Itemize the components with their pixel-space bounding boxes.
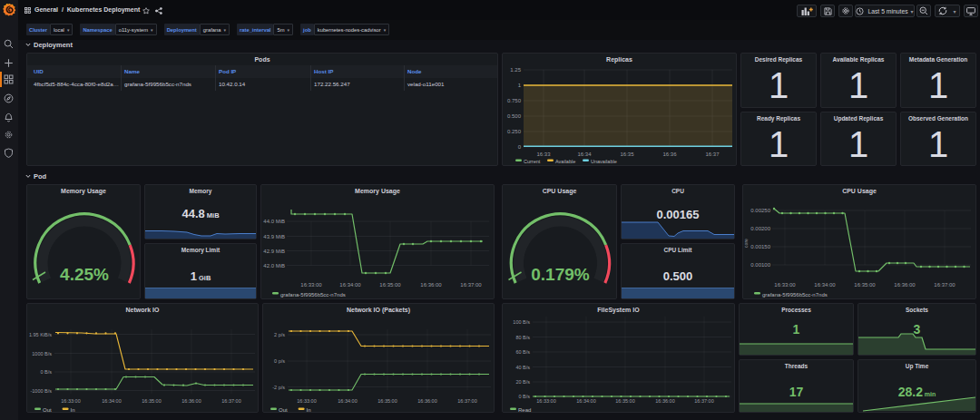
svg-text:0 p/s: 0 p/s (274, 358, 285, 364)
svg-text:16:33:00: 16:33:00 (297, 398, 316, 404)
svg-text:100 B/s: 100 B/s (513, 319, 530, 325)
svg-text:16:36:00: 16:36:00 (420, 282, 442, 288)
svg-text:42.9 MiB: 42.9 MiB (263, 249, 285, 254)
svg-text:Unavailable: Unavailable (591, 159, 617, 164)
svg-text:16:37:00: 16:37:00 (221, 398, 240, 404)
svg-text:16:36:00: 16:36:00 (655, 398, 674, 404)
svg-text:-1000 B/s: -1000 B/s (30, 388, 52, 394)
svg-text:16:36:00: 16:36:00 (181, 398, 201, 404)
svg-text:16:33:00: 16:33:00 (536, 398, 555, 404)
svg-text:16:33:00: 16:33:00 (774, 282, 796, 288)
svg-text:Read: Read (518, 407, 531, 413)
svg-text:16:33:00: 16:33:00 (61, 398, 80, 404)
svg-text:16:33: 16:33 (536, 151, 551, 157)
svg-text:1: 1 (518, 83, 522, 88)
svg-text:0.750: 0.750 (507, 98, 522, 103)
svg-text:16:35:00: 16:35:00 (379, 282, 401, 288)
svg-text:44.0 MiB: 44.0 MiB (263, 219, 285, 224)
svg-text:16:35:00: 16:35:00 (142, 398, 161, 404)
svg-text:Current: Current (524, 159, 541, 164)
svg-text:0: 0 (518, 144, 522, 150)
svg-text:16:35:00: 16:35:00 (854, 282, 876, 288)
svg-text:80 B/s: 80 B/s (515, 335, 530, 340)
svg-text:16:35: 16:35 (620, 151, 634, 157)
svg-text:16:34:00: 16:34:00 (814, 282, 836, 288)
svg-text:43.9 MiB: 43.9 MiB (263, 234, 285, 239)
svg-text:40 B/s: 40 B/s (515, 365, 530, 370)
svg-text:16:34: 16:34 (577, 151, 592, 157)
svg-text:-2 p/s: -2 p/s (272, 385, 285, 390)
svg-text:0.179%: 0.179% (531, 265, 590, 284)
svg-text:0.00100: 0.00100 (750, 262, 770, 268)
svg-text:16:34:00: 16:34:00 (576, 398, 595, 404)
svg-text:In: In (71, 407, 75, 413)
svg-text:Out: Out (43, 407, 52, 413)
svg-text:16:37:00: 16:37:00 (460, 282, 482, 288)
svg-text:16:36:00: 16:36:00 (894, 282, 916, 288)
svg-text:20 B/s: 20 B/s (515, 379, 530, 385)
svg-text:0.00150: 0.00150 (750, 244, 770, 249)
svg-text:0 B/s: 0 B/s (40, 369, 52, 375)
svg-text:60 B/s: 60 B/s (515, 349, 530, 355)
svg-text:16:35:00: 16:35:00 (615, 398, 634, 404)
svg-text:grafana-5f9956b5cc-n7nds: grafana-5f9956b5cc-n7nds (762, 292, 828, 298)
svg-text:0.500: 0.500 (507, 113, 522, 119)
svg-text:16:37:00: 16:37:00 (457, 398, 476, 404)
svg-text:16:35:00: 16:35:00 (377, 398, 397, 404)
svg-text:1000 B/s: 1000 B/s (32, 351, 52, 357)
svg-text:42.0 MiB: 42.0 MiB (263, 263, 285, 269)
svg-text:16:37:00: 16:37:00 (694, 398, 713, 404)
svg-text:0.00200: 0.00200 (750, 226, 770, 231)
svg-text:16:34:00: 16:34:00 (338, 398, 357, 404)
svg-text:16:33:00: 16:33:00 (300, 282, 322, 288)
svg-text:16:36: 16:36 (662, 151, 677, 157)
svg-text:4.25%: 4.25% (60, 265, 109, 284)
svg-text:0 B/s: 0 B/s (518, 394, 530, 399)
svg-text:1.25: 1.25 (510, 67, 521, 73)
svg-text:grafana-5f9956b5cc-n7nds: grafana-5f9956b5cc-n7nds (280, 292, 346, 298)
svg-text:0.250: 0.250 (507, 129, 522, 134)
svg-text:16:37: 16:37 (705, 151, 720, 157)
svg-text:16:34:00: 16:34:00 (102, 398, 121, 404)
svg-text:2 p/s: 2 p/s (274, 332, 285, 337)
svg-text:16:36:00: 16:36:00 (417, 398, 436, 404)
svg-text:Out: Out (279, 407, 288, 413)
svg-text:16:34:00: 16:34:00 (339, 282, 361, 288)
svg-text:In: In (307, 407, 311, 413)
svg-text:0.00250: 0.00250 (750, 208, 770, 213)
svg-text:Available: Available (555, 159, 575, 164)
svg-text:core: core (743, 239, 749, 248)
svg-text:1.95 KiB/s: 1.95 KiB/s (29, 332, 52, 337)
svg-text:16:37:00: 16:37:00 (934, 282, 956, 288)
